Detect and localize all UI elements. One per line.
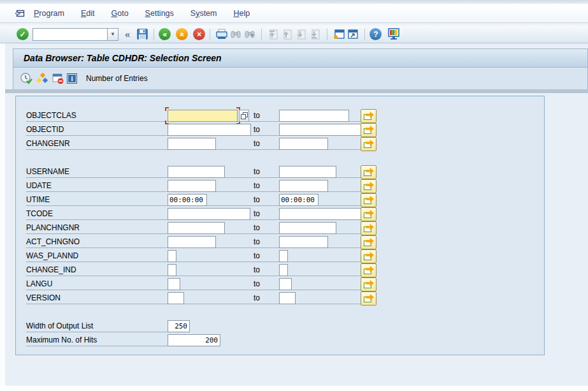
planchngnr-from-input[interactable] bbox=[168, 222, 225, 234]
first-page-icon[interactable] bbox=[266, 27, 280, 41]
command-dropdown-icon[interactable]: ▼ bbox=[108, 28, 118, 41]
multiple-selection-button[interactable] bbox=[361, 179, 376, 193]
tcode-from-input[interactable] bbox=[168, 208, 250, 220]
version-to-input[interactable] bbox=[279, 292, 296, 304]
selection-row-tcode: TCODE to bbox=[16, 207, 544, 221]
username-from-input[interactable] bbox=[168, 166, 225, 178]
objectid-to-input[interactable] bbox=[279, 124, 362, 136]
to-label: to bbox=[254, 279, 260, 288]
multiple-selection-button[interactable] bbox=[361, 207, 376, 221]
planchngnr-to-input[interactable] bbox=[279, 222, 336, 234]
objectclas-to-input[interactable] bbox=[279, 110, 349, 122]
field-label: CHANGE_IND bbox=[26, 265, 76, 274]
multiple-selection-button[interactable] bbox=[361, 109, 376, 123]
number-of-entries-button[interactable]: Number of Entries bbox=[86, 74, 148, 83]
enter-icon[interactable]: ✓ bbox=[17, 28, 29, 40]
to-label: to bbox=[254, 181, 260, 190]
toolbar-separator bbox=[364, 29, 365, 40]
customize-layout-icon[interactable] bbox=[387, 27, 401, 41]
act-chngno-to-input[interactable] bbox=[279, 236, 328, 248]
multiple-selection-button[interactable] bbox=[361, 235, 376, 249]
change-ind-to-input[interactable] bbox=[279, 264, 288, 276]
menu-edit[interactable]: Edit bbox=[74, 6, 102, 20]
help-icon[interactable]: ? bbox=[369, 28, 382, 40]
find-icon[interactable] bbox=[229, 27, 243, 41]
change-ind-from-input[interactable] bbox=[168, 264, 176, 276]
left-margin bbox=[0, 43, 5, 391]
selection-screen-area: OBJECTCLAS to OBJECTID to CHANGENR bbox=[5, 93, 588, 386]
print-icon[interactable] bbox=[215, 27, 229, 41]
objectclas-from-input[interactable] bbox=[168, 110, 238, 122]
act-chngno-from-input[interactable] bbox=[168, 236, 216, 248]
username-to-input[interactable] bbox=[279, 166, 336, 178]
selection-row-objectclas: OBJECTCLAS to bbox=[16, 109, 544, 123]
changenr-to-input[interactable] bbox=[279, 138, 328, 150]
execute-icon[interactable] bbox=[19, 71, 33, 85]
multiple-selection-button[interactable] bbox=[361, 263, 376, 277]
gui-menu-icon[interactable] bbox=[13, 6, 27, 20]
width-of-output-list-input[interactable] bbox=[168, 320, 190, 332]
save-icon[interactable] bbox=[135, 27, 149, 41]
multiple-selection-button[interactable] bbox=[361, 291, 376, 306]
cancel-icon[interactable]: × bbox=[193, 28, 205, 40]
field-label: Maximum No. of Hits bbox=[26, 336, 97, 344]
row-underline bbox=[26, 276, 361, 276]
option-row-max-hits: Maximum No. of Hits bbox=[16, 334, 544, 348]
menu-system[interactable]: System bbox=[183, 6, 224, 20]
utime-from-input[interactable] bbox=[168, 194, 207, 206]
back-icon[interactable]: « bbox=[159, 28, 171, 40]
multiple-selection-button[interactable] bbox=[361, 249, 376, 263]
changenr-from-input[interactable] bbox=[168, 138, 216, 150]
menu-settings[interactable]: Settings bbox=[138, 6, 181, 20]
field-label: OBJECTCLAS bbox=[26, 111, 76, 120]
previous-page-icon[interactable] bbox=[280, 27, 294, 41]
info-icon[interactable]: i bbox=[67, 73, 77, 84]
maximum-no-of-hits-input[interactable] bbox=[168, 334, 220, 346]
selection-row-act-chngno: ACT_CHNGNO to bbox=[16, 235, 544, 249]
value-help-button[interactable] bbox=[239, 110, 249, 122]
new-session-icon[interactable] bbox=[332, 27, 346, 41]
selection-row-objectid: OBJECTID to bbox=[16, 123, 544, 137]
menu-program[interactable]: Program bbox=[27, 6, 71, 20]
row-underline bbox=[26, 304, 361, 304]
toolbar-separator bbox=[210, 29, 210, 40]
selection-options-icon[interactable] bbox=[51, 71, 65, 85]
to-label: to bbox=[254, 237, 260, 246]
utime-to-input[interactable] bbox=[279, 194, 319, 206]
langu-to-input[interactable] bbox=[279, 278, 292, 290]
menu-goto[interactable]: Goto bbox=[104, 6, 135, 20]
multiple-selection-button[interactable] bbox=[361, 137, 376, 151]
langu-from-input[interactable] bbox=[168, 278, 180, 290]
page-up-exit-icon[interactable]: « bbox=[176, 28, 188, 40]
to-label: to bbox=[254, 139, 260, 148]
multiple-selection-button[interactable] bbox=[361, 221, 376, 235]
multiple-selection-button[interactable] bbox=[361, 193, 376, 207]
toolbar-separator bbox=[327, 29, 327, 40]
udate-to-input[interactable] bbox=[279, 180, 328, 192]
field-label: OBJECTID bbox=[26, 125, 64, 134]
row-underline bbox=[26, 262, 361, 262]
tcode-to-input[interactable] bbox=[279, 208, 362, 220]
multiple-selection-button[interactable] bbox=[361, 165, 376, 179]
screen-title-bar: Data Browser: Table CDHDR: Selection Scr… bbox=[13, 48, 588, 68]
get-variant-icon[interactable] bbox=[35, 71, 49, 85]
next-page-icon[interactable] bbox=[294, 27, 308, 41]
find-next-icon[interactable] bbox=[243, 27, 257, 41]
to-label: to bbox=[254, 195, 260, 204]
multiple-selection-button[interactable] bbox=[361, 277, 376, 291]
collapse-command-icon[interactable]: « bbox=[125, 29, 130, 40]
version-from-input[interactable] bbox=[168, 292, 184, 304]
create-shortcut-icon[interactable] bbox=[346, 27, 360, 41]
was-plannd-to-input[interactable] bbox=[279, 250, 288, 262]
selection-row-planchngnr: PLANCHNGNR to bbox=[16, 221, 544, 235]
multiple-selection-button[interactable] bbox=[361, 123, 376, 137]
menu-help[interactable]: Help bbox=[226, 6, 257, 20]
selection-row-was-plannd: WAS_PLANND to bbox=[16, 249, 544, 263]
field-label: LANGU bbox=[26, 279, 52, 288]
command-input[interactable] bbox=[32, 28, 108, 41]
toolbar-separator bbox=[154, 29, 154, 40]
objectid-from-input[interactable] bbox=[168, 124, 251, 136]
udate-from-input[interactable] bbox=[168, 180, 216, 192]
was-plannd-from-input[interactable] bbox=[168, 250, 176, 262]
last-page-icon[interactable] bbox=[308, 27, 322, 41]
